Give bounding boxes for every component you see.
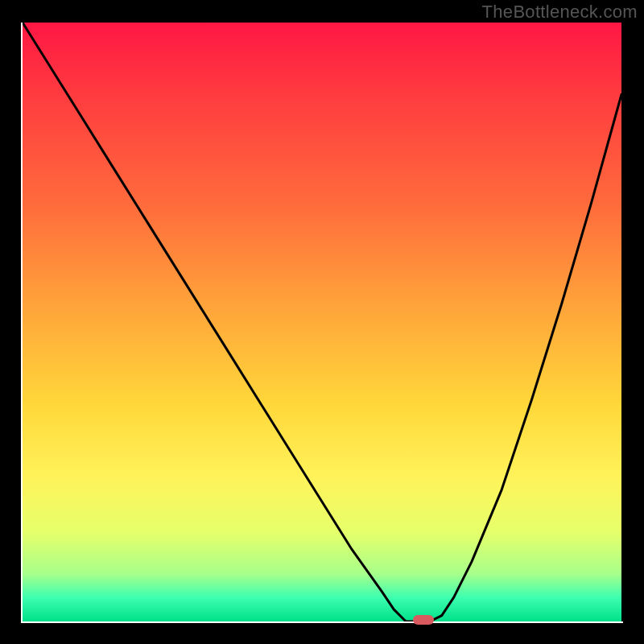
watermark-text: TheBottleneck.com [482, 2, 638, 23]
y-axis [21, 23, 23, 623]
x-axis [21, 621, 623, 623]
optimal-point-marker [413, 615, 434, 625]
chart-frame: TheBottleneck.com [0, 0, 644, 644]
bottleneck-curve [23, 23, 621, 621]
